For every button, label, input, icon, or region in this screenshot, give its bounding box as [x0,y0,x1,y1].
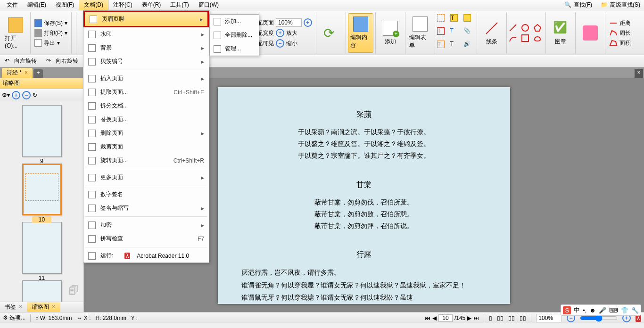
zoomin-icon[interactable]: + [276,29,284,37]
circle-icon[interactable] [521,24,529,32]
menu-item-extract[interactable]: 提取页面...Ctrl+Shift+E [83,85,209,99]
tabbar-close-icon[interactable]: × [635,69,643,78]
open-button[interactable]: 打开(O)... [3,13,28,53]
zoom-select[interactable]: 100% [276,18,302,27]
distance-button[interactable]: 距离 [607,19,633,28]
file-tab[interactable]: 诗经 *× [2,68,33,78]
advfind-button[interactable]: 📁高级查找(S) [599,0,642,9]
layout-single-icon[interactable]: ▯ [489,315,492,321]
menu-tools[interactable]: 工具(T) [165,0,193,10]
cloud-icon[interactable] [533,34,542,42]
thumb-10[interactable]: 10 [18,164,66,220]
ime-punct[interactable]: •, [583,307,586,314]
editform-button[interactable]: 编辑表单 [407,13,433,53]
menu-item-replace[interactable]: 替换页面... [83,113,209,126]
thumb-zoomout-icon[interactable]: − [22,91,31,99]
menu-item-watermark[interactable]: 水印▸ [83,27,209,41]
line-tool[interactable]: 线条 [479,13,504,53]
add-button[interactable]: + 添加 [378,13,403,53]
ime-keyboard-icon[interactable]: ⌨ [609,307,618,314]
text-red-icon[interactable]: T [437,27,445,35]
thumbnail-tab[interactable]: 缩略图× [27,302,60,312]
zoomout-icon[interactable]: − [276,39,284,48]
first-page-icon[interactable]: ⏮ [425,315,430,321]
menu-item-run[interactable]: 运行: λAcrobat Reader 11.0 [83,249,209,262]
refresh-button[interactable]: ⟳ [318,13,344,53]
options-button[interactable]: ⚙ 选项... [3,314,25,322]
zoom-status[interactable]: 100% [536,314,562,322]
submenu-item[interactable]: 添加... [210,15,259,28]
thumb-rotate-icon[interactable]: ↻ [33,92,37,98]
ime-tool-icon[interactable]: 🔧 [631,307,639,314]
layout-cont-icon[interactable]: ▯▯ [497,315,504,321]
ime-mic-icon[interactable]: 🎤 [599,307,606,314]
submenu-item[interactable]: 全部删除... [210,28,259,42]
menu-view[interactable]: 视图(F) [51,0,79,10]
attach-icon[interactable]: 📎 [463,27,471,35]
eraser-button[interactable] [578,13,603,53]
menu-item-split[interactable]: 拆分文档... [83,99,209,113]
ime-skin-icon[interactable]: 👕 [621,307,628,314]
perimeter-icon [609,30,618,36]
thumb-12[interactable] [18,280,66,302]
arrow-icon[interactable] [509,24,517,32]
menu-item-rotate[interactable]: 旋转页面...Ctrl+Shift+R [83,154,209,167]
close-icon[interactable]: × [52,303,55,310]
gear-icon[interactable]: ⚙▾ [2,92,10,98]
submenu-item[interactable]: 管理... [210,42,259,56]
thumb-9[interactable]: 9 [18,105,66,162]
menu-item-more[interactable]: 更多页面▸ [83,171,209,184]
layout-facing-icon[interactable]: ▯▯ [508,315,515,321]
menu-edit[interactable]: 编辑(E) [23,0,51,10]
last-page-icon[interactable]: ⏭ [473,315,479,321]
menu-item-bates[interactable]: 贝茨编号▸ [83,55,209,68]
highlight-icon[interactable]: T [450,14,458,22]
ime-emoji-icon[interactable]: ☻ [589,307,596,314]
square-icon[interactable] [521,34,529,42]
zoom-plus-icon[interactable]: + [304,18,312,27]
page-input[interactable] [438,314,453,322]
pentagon-icon[interactable] [533,24,542,32]
rotate-left-button[interactable]: ↶向左旋转 [3,57,39,66]
menu-item-sign[interactable]: 数字签名 [83,188,209,201]
editcontent-button[interactable]: 编辑内容 [348,13,373,53]
save-button[interactable]: 保存(S) ▾ [33,19,69,28]
perimeter-button[interactable]: 周长 [607,29,633,38]
menu-file[interactable]: 文件 [2,0,23,10]
next-page-icon[interactable]: ▶ [467,315,471,321]
thumb-zoomin-icon[interactable]: + [12,91,20,99]
note-icon[interactable] [463,14,471,22]
sound-icon[interactable]: 🔊 [463,41,471,48]
stamp-button[interactable]: ✅ 图章 [548,13,573,53]
close-icon[interactable]: × [19,303,22,310]
thumb-11[interactable]: 11 [18,222,66,279]
add-tab-button[interactable]: + [33,69,43,78]
menu-document[interactable]: 文档(D) [79,0,108,10]
menu-form[interactable]: 表单(R) [137,0,166,10]
tab-close-icon[interactable]: × [25,69,28,76]
text-orange-icon[interactable]: T [437,41,445,48]
export-button[interactable]: 导出 ▾ [33,39,69,48]
menu-item-spell[interactable]: 拼写检查F7 [83,232,209,246]
layout-contfacing-icon[interactable]: ▯▯ [520,315,526,321]
rotate-right-button[interactable]: ↷向右旋转 [44,57,80,66]
find-button[interactable]: 🔍查找(F) [562,0,594,9]
menu-item-crop[interactable]: 裁剪页面 [83,140,209,154]
menu-item-abbr[interactable]: 签名与缩写▸ [83,201,209,215]
menu-window[interactable]: 窗口(W) [194,0,223,10]
prev-page-icon[interactable]: ◀ [432,315,437,321]
pencil-icon[interactable] [509,34,517,42]
menu-item-delete[interactable]: 删除页面▸ [83,126,209,140]
menu-comment[interactable]: 注释(C) [108,0,137,10]
bookmark-tab[interactable]: 书签× [0,302,27,312]
print-button[interactable]: 打印(P) ▾ [33,29,69,38]
area-button[interactable]: 面积 [607,39,633,48]
menu-item-insert[interactable]: 插入页面▸ [83,72,209,85]
menu-item-bg[interactable]: 背景▸ [83,41,209,55]
text-black-icon[interactable]: T [450,41,458,48]
select-icon[interactable] [437,14,445,22]
menu-item-encrypt[interactable]: 加密▸ [83,218,209,232]
ime-lang[interactable]: 中 [574,306,580,314]
text-blue-icon[interactable]: T [450,27,458,35]
menu-item-header[interactable]: 页眉页脚▸ [83,11,209,27]
